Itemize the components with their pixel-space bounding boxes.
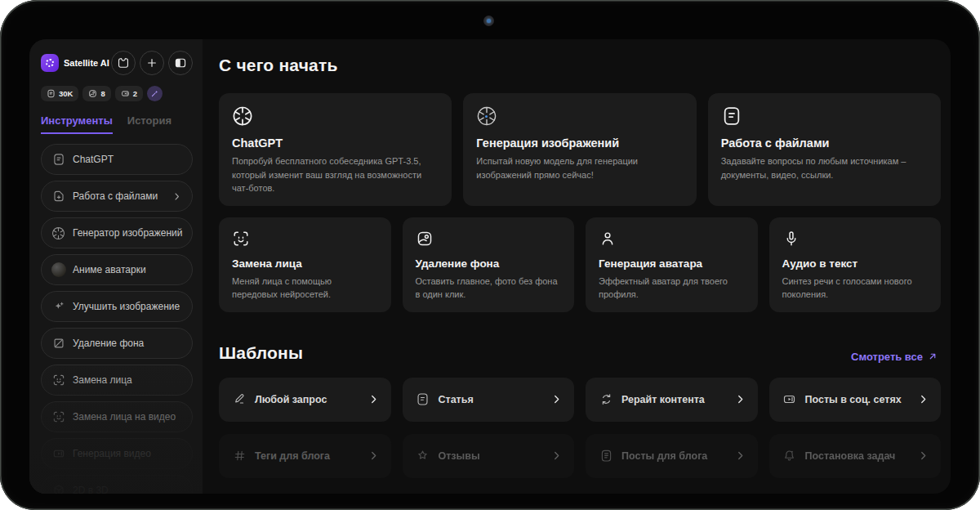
collapse-sidebar-button[interactable] <box>168 51 193 75</box>
card-files[interactable]: Работа с файлами Задавайте вопросы по лю… <box>708 93 941 206</box>
pencil-icon <box>232 392 247 406</box>
sidebar-item-label: Улучшить изображение <box>73 301 180 312</box>
sidebar-item-label: Удаление фона <box>73 338 144 349</box>
tokens-value: 30K <box>59 89 73 98</box>
chevron-right-icon <box>734 393 746 405</box>
template-label: Отзывы <box>439 450 480 462</box>
tab-history[interactable]: История <box>127 114 172 134</box>
see-all-link[interactable]: Смотреть все <box>851 351 938 363</box>
person-icon <box>599 230 620 248</box>
videos-value: 2 <box>133 89 137 98</box>
chevron-right-icon <box>368 450 380 462</box>
swirl-icon <box>51 226 65 240</box>
chevron-right-icon <box>734 450 746 462</box>
social-video-icon <box>782 392 797 406</box>
front-camera <box>483 16 494 26</box>
template-label: Постановка задач <box>805 450 896 462</box>
wardrobe-button[interactable] <box>111 51 136 75</box>
chat-document-icon <box>51 153 65 166</box>
card-title: Работа с файлами <box>721 136 928 150</box>
new-chat-button[interactable] <box>140 51 164 75</box>
microphone-icon <box>782 230 804 248</box>
video-icon <box>51 447 65 460</box>
sidebar-item-label: 2D в 3D <box>73 485 109 494</box>
feature-card-audio-to-text[interactable]: Аудио в текст Синтез речи с голосами нов… <box>769 217 942 312</box>
template-blog-posts[interactable]: Посты для блога <box>586 434 758 478</box>
template-task-setting[interactable]: Постановка задач <box>769 434 942 478</box>
sidebar-item-chatgpt[interactable]: ChatGPT <box>41 144 193 175</box>
resource-counters: 30K 8 2 <box>41 86 193 101</box>
plus-icon <box>145 56 158 69</box>
card-title: Аудио в текст <box>782 257 929 270</box>
face-icon <box>51 410 65 423</box>
topup-button[interactable] <box>147 86 163 101</box>
sidebar: Satellite AI 30K <box>29 39 203 494</box>
feature-card-background-removal[interactable]: Удаление фона Оставить главное, фото без… <box>403 217 575 312</box>
sidebar-actions <box>111 51 193 75</box>
sidebar-item-background-removal[interactable]: Удаление фона <box>41 328 193 359</box>
card-description: Задавайте вопросы по любым источникам – … <box>721 154 928 181</box>
template-reviews[interactable]: Отзывы <box>403 434 575 478</box>
card-description: Эффектный аватар для твоего профиля. <box>599 275 745 302</box>
feature-card-avatar-generation[interactable]: Генерация аватара Эффектный аватар для т… <box>586 217 758 312</box>
face-icon <box>232 230 253 248</box>
sidebar-item-files[interactable]: Работа с файлами <box>41 181 193 212</box>
sidebar-item-video-generation[interactable]: Генерация видео <box>41 438 193 469</box>
card-title: Удаление фона <box>416 257 562 270</box>
tablet-device: Satellite AI 30K <box>0 0 980 510</box>
card-title: Генерация аватара <box>599 257 745 270</box>
chevron-right-icon <box>917 450 929 462</box>
chevron-right-icon <box>172 191 182 202</box>
template-content-rewrite[interactable]: Рерайт контента <box>586 378 758 422</box>
tokens-counter: 30K <box>41 86 78 101</box>
crop-icon <box>51 337 65 350</box>
magic-wand-icon <box>150 89 159 98</box>
template-label: Статья <box>439 394 474 405</box>
sidebar-item-face-swap-video[interactable]: Замена лица на видео <box>41 401 193 432</box>
templates-title: Шаблоны <box>219 343 303 363</box>
image-icon <box>88 89 97 98</box>
template-article[interactable]: Статья <box>403 378 575 422</box>
template-social-posts[interactable]: Посты в соц. сетях <box>769 378 942 422</box>
main-content: С чего начать ChatGPT Попробуй бесплатно… <box>203 39 951 494</box>
card-image-generation[interactable]: Генерация изображений Испытай новую моде… <box>463 93 696 206</box>
file-plus-icon <box>51 190 65 203</box>
start-section-title: С чего начать <box>219 56 941 75</box>
card-description: Испытай новую модель для генерации изобр… <box>476 154 683 181</box>
sidebar-item-label: Замена лица на видео <box>73 411 176 423</box>
start-cards: ChatGPT Попробуй бесплатного собеседника… <box>219 93 941 206</box>
card-chatgpt[interactable]: ChatGPT Попробуй бесплатного собеседника… <box>219 93 452 206</box>
bell-icon <box>782 449 797 463</box>
feature-card-face-swap[interactable]: Замена лица Меняй лица с помощью передов… <box>219 217 391 312</box>
document-icon <box>47 89 56 98</box>
video-icon <box>121 89 130 98</box>
sidebar-header: Satellite AI <box>41 51 193 75</box>
face-icon <box>51 374 65 387</box>
article-icon <box>416 392 430 406</box>
arrow-up-right-icon <box>928 351 938 361</box>
videos-counter: 2 <box>115 86 143 101</box>
sparkles-icon <box>51 300 65 313</box>
sidebar-item-enhance-image[interactable]: Улучшить изображение <box>41 291 193 322</box>
template-label: Посты для блога <box>621 450 707 462</box>
app-logo-icon <box>41 54 59 72</box>
images-counter: 8 <box>82 86 110 101</box>
card-description: Меняй лица с помощью передовых нейросете… <box>232 275 378 302</box>
swirl-icon <box>476 105 497 127</box>
sidebar-item-face-swap[interactable]: Замена лица <box>41 365 193 396</box>
avatar-icon <box>51 262 65 277</box>
sidebar-item-image-generator[interactable]: Генератор изображений <box>41 217 193 248</box>
templates-row-1: Любой запрос Статья Рерайт контента Пост… <box>219 378 941 422</box>
card-title: ChatGPT <box>232 136 439 150</box>
sidebar-item-anime-avatars[interactable]: Аниме аватарки <box>41 254 193 285</box>
chevron-right-icon <box>368 393 380 405</box>
rewrite-icon <box>599 392 613 406</box>
template-any-request[interactable]: Любой запрос <box>219 378 391 422</box>
camera-lens-icon <box>487 19 491 23</box>
sidebar-item-2d-to-3d[interactable]: 2D в 3D <box>41 475 193 494</box>
tab-tools[interactable]: Инструменты <box>41 114 113 134</box>
template-blog-tags[interactable]: Теги для блога <box>219 434 391 478</box>
template-label: Любой запрос <box>255 394 327 405</box>
see-all-label: Смотреть все <box>851 351 923 363</box>
wardrobe-icon <box>117 56 130 69</box>
